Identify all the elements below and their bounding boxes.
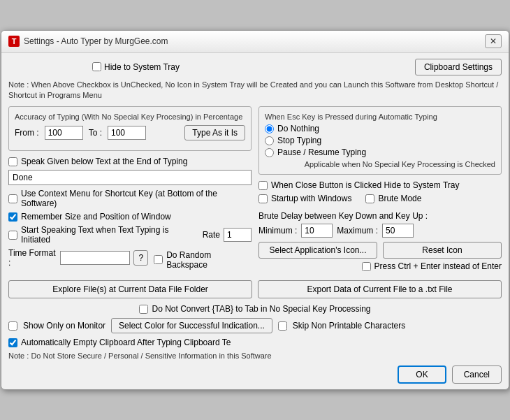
tab-convert-label: Do Not Convert {TAB} to Tab in No Specia… (152, 304, 370, 314)
accuracy-label: Accuracy of Typing (With No Special Key … (15, 113, 245, 121)
max-label: Maximum : (337, 226, 378, 236)
delay-label: Brute Delay between Key Down and Key Up … (258, 211, 502, 221)
show-monitor-checkbox[interactable] (8, 321, 17, 331)
auto-empty-checkbox[interactable] (8, 338, 17, 347)
hide-tray-checkbox[interactable] (92, 62, 101, 71)
time-format-input[interactable] (60, 251, 130, 265)
context-menu-checkbox[interactable] (8, 194, 17, 203)
press-ctrl-label: Press Ctrl + Enter instead of Enter (374, 261, 502, 271)
accuracy-group: Accuracy of Typing (With No Special Key … (8, 106, 252, 151)
do-random-checkbox[interactable] (154, 255, 163, 264)
select-icon-button[interactable]: Select Application's Icon... (258, 242, 377, 259)
stop-typing-radio[interactable] (265, 136, 274, 145)
startup-label: Startup with Windows (271, 194, 351, 203)
app-icon: T (8, 36, 20, 47)
do-nothing-row: Do Nothing (265, 124, 495, 133)
startup-checkbox[interactable] (258, 194, 268, 203)
reset-icon-button[interactable]: Reset Icon (383, 242, 502, 259)
do-nothing-radio[interactable] (265, 124, 274, 133)
close-hide-label: When Close Button is Clicked Hide to Sys… (271, 180, 459, 190)
start-speaking-label: Start Speaking Text when Text Typing is … (21, 225, 199, 245)
show-monitor-row: Show Only on Monitor Select Color for Su… (8, 318, 502, 333)
auto-empty-label: Automatically Empty Clipboard After Typi… (21, 338, 231, 347)
remember-size-checkbox[interactable] (8, 212, 17, 222)
explore-export-row: Explore File(s) at Current Data File Fol… (8, 280, 502, 298)
right-panel: When Esc Key is Pressed during Automatic… (258, 106, 502, 275)
start-speaking-row: Start Speaking Text when Text Typing is … (8, 225, 252, 245)
ok-button[interactable]: OK (398, 365, 446, 384)
hide-tray-label[interactable]: Hide to System Tray (92, 62, 180, 72)
max-input[interactable] (382, 224, 414, 238)
close-button[interactable]: ✕ (485, 34, 502, 48)
rate-label: Rate (203, 230, 220, 240)
to-input[interactable] (108, 126, 146, 140)
brute-mode-label: Brute Mode (378, 194, 421, 203)
ok-cancel-row: OK Cancel (8, 365, 502, 384)
do-random-row: Do Random Backspace (154, 250, 252, 270)
show-monitor-label: Show Only on Monitor (23, 321, 105, 331)
right-checkboxes: When Close Button is Clicked Hide to Sys… (258, 180, 502, 207)
min-input[interactable] (301, 224, 333, 238)
delay-section: Brute Delay between Key Down and Key Up … (258, 211, 502, 238)
main-grid: Accuracy of Typing (With No Special Key … (8, 106, 502, 275)
esc-label: When Esc Key is Pressed during Automatic… (265, 113, 495, 121)
speak-text-input[interactable] (8, 170, 252, 185)
time-format-label: Time Format : (8, 248, 57, 268)
cancel-button[interactable]: Cancel (452, 365, 502, 384)
explore-button[interactable]: Explore File(s) at Current Data File Fol… (8, 280, 252, 298)
do-random-label: Do Random Backspace (166, 250, 252, 270)
bottom-section: Explore File(s) at Current Data File Fol… (8, 280, 502, 384)
skip-nonprint-label: Skip Non Printable Characters (293, 321, 405, 331)
close-hide-checkbox[interactable] (258, 181, 268, 190)
do-nothing-label: Do Nothing (277, 124, 319, 133)
press-ctrl-checkbox[interactable] (362, 262, 371, 271)
start-speaking-checkbox[interactable] (8, 231, 17, 240)
export-button[interactable]: Export Data of Current File to a .txt Fi… (258, 280, 502, 298)
context-menu-row: Use Context Menu for Shortcut Key (at Bo… (8, 189, 252, 208)
remember-size-row: Remember Size and Position of Window (8, 212, 252, 222)
close-hide-row: When Close Button is Clicked Hide to Sys… (258, 180, 502, 190)
delay-row: Minimum : Maximum : (258, 224, 502, 238)
speak-label: Speak Given below Text at the End of Typ… (21, 157, 187, 166)
icon-buttons-row: Select Application's Icon... Reset Icon (258, 242, 502, 259)
time-format-row: Time Format : ? (8, 248, 148, 268)
pause-resume-row: Pause / Resume Typing (265, 147, 495, 157)
to-label: To : (89, 128, 102, 138)
clipboard-settings-button[interactable]: Clipboard Settings (415, 59, 502, 75)
speak-row: Speak Given below Text at the End of Typ… (8, 157, 252, 166)
note-text: Note : When Above Checkbox is UnChecked,… (8, 80, 502, 101)
time-format-help-button[interactable]: ? (133, 250, 148, 266)
left-panel: Accuracy of Typing (With No Special Key … (8, 106, 252, 275)
pause-resume-radio[interactable] (265, 148, 274, 157)
auto-empty-row: Automatically Empty Clipboard After Typi… (8, 338, 502, 347)
settings-window: T Settings - Auto Typer by MurgGee.com ✕… (1, 30, 509, 391)
from-label: From : (15, 128, 39, 138)
press-ctrl-row: Press Ctrl + Enter instead of Enter (258, 261, 502, 271)
stop-typing-row: Stop Typing (265, 136, 495, 145)
top-row: Hide to System Tray Clipboard Settings (8, 59, 502, 75)
brute-mode-checkbox[interactable] (365, 194, 374, 203)
window-title: Settings - Auto Typer by MurgGee.com (24, 36, 168, 46)
color-select-button[interactable]: Select Color for Successful Indication..… (111, 318, 272, 333)
remember-size-label: Remember Size and Position of Window (21, 212, 171, 222)
stop-typing-label: Stop Typing (277, 136, 321, 145)
min-label: Minimum : (258, 226, 297, 236)
secure-note: Note : Do Not Store Secure / Personal / … (8, 352, 502, 360)
title-bar: T Settings - Auto Typer by MurgGee.com ✕ (1, 31, 509, 53)
tab-convert-row: Do Not Convert {TAB} to Tab in No Specia… (8, 304, 502, 314)
applicable-text: Applicable when No Special Key Processin… (265, 160, 495, 168)
brute-mode-row: Brute Mode (365, 194, 421, 203)
pause-resume-label: Pause / Resume Typing (277, 147, 366, 157)
type-as-is-button[interactable]: Type As it Is (184, 125, 245, 140)
context-menu-label: Use Context Menu for Shortcut Key (at Bo… (21, 189, 252, 208)
from-to-row: From : To : Type As it Is (15, 125, 245, 140)
rate-input[interactable] (224, 228, 252, 242)
content-area: Hide to System Tray Clipboard Settings N… (1, 53, 509, 390)
tab-convert-checkbox[interactable] (139, 305, 148, 314)
skip-nonprint-checkbox[interactable] (278, 321, 287, 331)
from-input[interactable] (45, 126, 83, 140)
title-bar-left: T Settings - Auto Typer by MurgGee.com (8, 36, 168, 47)
esc-group: When Esc Key is Pressed during Automatic… (258, 106, 502, 175)
startup-row: Startup with Windows (258, 194, 351, 203)
speak-checkbox[interactable] (8, 157, 17, 166)
